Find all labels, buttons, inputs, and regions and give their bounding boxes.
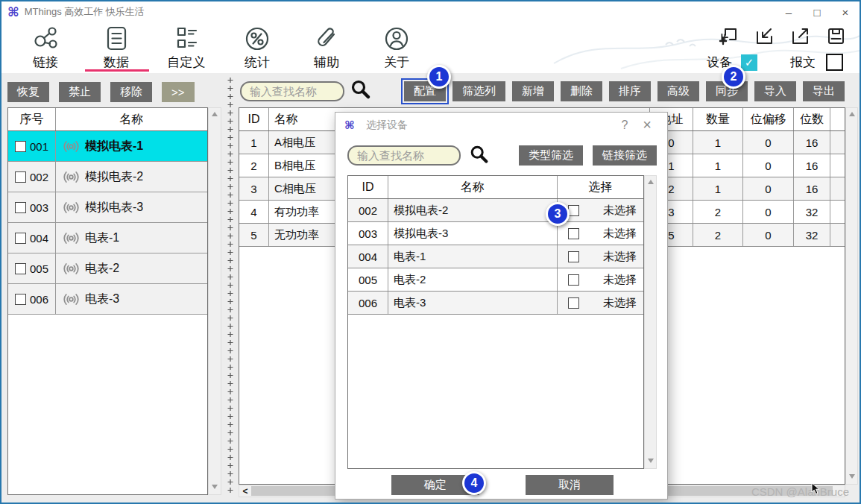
scroll-left-arrow[interactable]: < xyxy=(239,486,251,497)
signal-icon xyxy=(61,171,81,183)
nav-item-custom[interactable]: 自定义 xyxy=(155,25,218,71)
link-filter-button[interactable]: 链接筛选 xyxy=(593,145,657,166)
row-checkbox[interactable] xyxy=(15,233,26,244)
device-row-003[interactable]: 003 模拟电表-3 xyxy=(8,192,207,223)
row-checkbox[interactable] xyxy=(15,294,26,305)
dialog-row-004[interactable]: 004 电表-1 未选择 xyxy=(348,245,643,268)
app-window: ⌘ MThings 高效工作 快乐生活 – □ × 链接 数据 xyxy=(0,0,861,504)
column-header-name[interactable]: 名称 xyxy=(56,108,207,130)
advanced-button[interactable]: 高级 xyxy=(657,81,699,101)
restore-button[interactable]: 恢复 xyxy=(7,82,49,102)
scroll-up-arrow[interactable] xyxy=(648,180,654,184)
nav-label: 统计 xyxy=(236,54,279,71)
import-icon[interactable] xyxy=(754,26,775,46)
minimize-button[interactable]: – xyxy=(775,1,803,22)
nav-item-statistics[interactable]: 统计 xyxy=(236,25,279,71)
delete-button[interactable]: 删除 xyxy=(561,81,602,101)
select-checkbox[interactable] xyxy=(568,297,579,309)
remove-button[interactable]: 移除 xyxy=(110,82,152,102)
dialog-close-button[interactable]: × xyxy=(636,116,658,133)
export-button[interactable]: 导出 xyxy=(803,81,845,101)
dialog-table-scrollbar[interactable] xyxy=(644,175,657,469)
column-header-quantity[interactable]: 数量 xyxy=(693,108,743,130)
dialog-search-input[interactable] xyxy=(347,145,461,166)
scroll-up-arrow[interactable] xyxy=(849,112,855,116)
device-row-004[interactable]: 004 电表-1 xyxy=(8,223,207,253)
scroll-down-arrow[interactable] xyxy=(849,474,855,479)
cancel-button[interactable]: 取消 xyxy=(526,475,614,495)
column-header-bit-offset[interactable]: 位偏移 xyxy=(743,108,794,130)
select-checkbox[interactable] xyxy=(568,228,579,239)
expand-panel-button[interactable]: >> xyxy=(162,82,195,102)
nav-item-data[interactable]: 数据 xyxy=(86,25,147,71)
select-checkbox[interactable] xyxy=(568,251,579,262)
column-header-id[interactable]: ID xyxy=(239,108,269,130)
window-controls: – □ × xyxy=(775,1,860,22)
select-state-label: 未选择 xyxy=(603,296,637,310)
add-button[interactable]: 新增 xyxy=(512,81,554,101)
device-table-scrollbar[interactable] xyxy=(208,107,221,495)
user-icon xyxy=(383,25,410,53)
search-input[interactable] xyxy=(240,81,344,101)
dialog-title: 选择设备 xyxy=(366,119,408,132)
dialog-row-003[interactable]: 003 模拟电表-3 未选择 xyxy=(348,222,643,245)
row-checkbox[interactable] xyxy=(15,171,26,183)
new-page-icon[interactable] xyxy=(719,26,739,46)
data-table-vertical-scrollbar[interactable] xyxy=(845,107,858,485)
import-button[interactable]: 导入 xyxy=(754,81,796,101)
column-header-id[interactable]: ID xyxy=(348,176,388,198)
search-icon[interactable] xyxy=(350,79,372,101)
mouse-cursor-icon xyxy=(811,482,821,495)
percent-icon xyxy=(244,25,271,53)
device-id: 002 xyxy=(30,171,48,183)
row-checkbox[interactable] xyxy=(15,202,26,213)
scroll-up-arrow[interactable] xyxy=(212,112,218,116)
document-icon xyxy=(103,25,130,53)
signal-icon xyxy=(61,232,81,245)
nav-item-about[interactable]: 关于 xyxy=(375,25,418,71)
device-row-005[interactable]: 005 电表-2 xyxy=(8,253,207,284)
close-button[interactable]: × xyxy=(831,1,860,22)
search-icon[interactable] xyxy=(469,145,490,166)
message-checkbox[interactable] xyxy=(826,54,843,71)
dialog-help-button[interactable]: ? xyxy=(614,119,636,132)
signal-icon xyxy=(61,201,81,214)
share-nodes-icon xyxy=(32,25,59,53)
filter-columns-button[interactable]: 筛选列 xyxy=(452,81,505,101)
window-title: MThings 高效工作 快乐生活 xyxy=(25,5,145,19)
device-row-006[interactable]: 006 电表-3 xyxy=(8,284,207,315)
nav-item-auxiliary[interactable]: 辅助 xyxy=(304,25,349,71)
dialog-row-005[interactable]: 005 电表-2 未选择 xyxy=(348,268,643,292)
nav-label: 关于 xyxy=(375,54,418,71)
scroll-down-arrow[interactable] xyxy=(212,485,218,489)
maximize-button[interactable]: □ xyxy=(803,1,831,22)
device-name: 模拟电表-3 xyxy=(85,200,143,215)
dialog-logo-icon: ⌘ xyxy=(344,119,355,130)
save-icon[interactable] xyxy=(826,26,846,46)
scroll-down-arrow[interactable] xyxy=(648,459,654,463)
column-header-name[interactable]: 名称 xyxy=(388,176,558,198)
disable-button[interactable]: 禁止 xyxy=(59,82,101,102)
row-checkbox[interactable] xyxy=(15,263,26,274)
device-checkbox[interactable]: ✓ xyxy=(741,54,757,71)
nav-item-link[interactable]: 链接 xyxy=(22,25,69,71)
column-header-seq[interactable]: 序号 xyxy=(8,108,56,130)
device-row-001[interactable]: 001 模拟电表-1 xyxy=(8,131,207,162)
row-checkbox[interactable] xyxy=(15,141,26,152)
device-row-002[interactable]: 002 模拟电表-2 xyxy=(8,162,207,192)
device-name: 电表-3 xyxy=(85,292,119,307)
select-checkbox[interactable] xyxy=(568,274,579,286)
annotation-badge-1: 1 xyxy=(427,65,451,89)
select-checkbox[interactable] xyxy=(568,205,579,216)
dialog-row-006[interactable]: 006 电表-3 未选择 xyxy=(348,292,643,315)
select-state-label: 未选择 xyxy=(603,273,637,287)
panel-splitter-handle[interactable] xyxy=(226,76,235,494)
export-icon[interactable] xyxy=(790,26,810,46)
layout-list-icon xyxy=(173,25,200,53)
type-filter-button[interactable]: 类型筛选 xyxy=(519,145,583,166)
column-header-bits[interactable]: 位数 xyxy=(794,108,830,130)
dialog-row-002[interactable]: 002 模拟电表-2 未选择 xyxy=(348,199,643,222)
sort-button[interactable]: 排序 xyxy=(609,81,651,101)
column-header-select[interactable]: 选择 xyxy=(558,176,643,198)
paperclip-icon xyxy=(313,25,340,53)
